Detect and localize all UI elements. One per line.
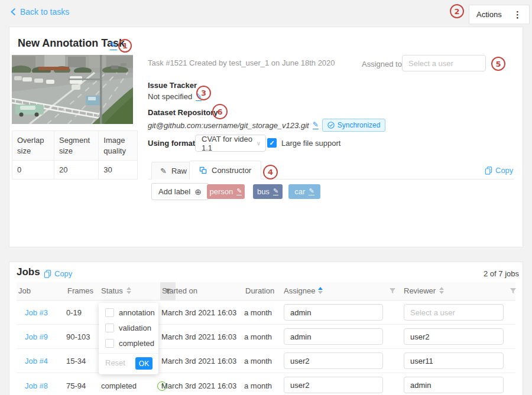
label-chip-bus[interactable]: bus ✎: [253, 184, 283, 199]
reviewer-input[interactable]: [404, 377, 504, 393]
reviewer-sorter[interactable]: [439, 287, 444, 294]
param-value: 30: [99, 161, 138, 179]
copy-link-label: Copy: [54, 269, 72, 278]
label-chip-text: bus: [257, 187, 270, 196]
started-cell: March 3rd 2021 16:03: [161, 357, 236, 365]
started-cell: March 3rd 2021 16:03: [161, 381, 236, 390]
issue-tracker-value: Not specified ✎: [148, 92, 202, 101]
callout-6: 6: [212, 104, 228, 119]
reviewer-input[interactable]: [404, 352, 504, 369]
filter-reset-button[interactable]: Reset: [105, 358, 125, 367]
jobs-count: 2 of 7 jobs: [484, 269, 519, 278]
edit-title-icon[interactable]: ✎: [110, 41, 117, 50]
format-select[interactable]: CVAT for video 1.1 ∨: [195, 135, 266, 152]
param-value: 0: [12, 161, 54, 179]
task-title: New Annotation Task: [18, 37, 125, 50]
callout-5: 5: [491, 57, 505, 71]
filter-option-validation[interactable]: validation: [105, 324, 151, 332]
reviewer-input[interactable]: [404, 328, 504, 345]
job-link[interactable]: Job #3: [25, 308, 48, 317]
using-format-label: Using format:: [148, 139, 198, 148]
large-file-label: Large file support: [281, 139, 340, 148]
job-link[interactable]: Job #4: [25, 357, 48, 365]
actions-label: Actions: [476, 10, 502, 19]
edit-label-icon[interactable]: ✎: [309, 188, 314, 195]
task-params-table: Overlap size Segment size Image quality …: [12, 130, 138, 179]
col-duration: Duration: [245, 286, 274, 295]
edit-repository-icon[interactable]: ✎: [313, 121, 319, 129]
job-link[interactable]: Job #8: [25, 381, 48, 390]
assignee-input[interactable]: [284, 328, 383, 345]
assigned-to-input[interactable]: [402, 55, 486, 71]
frames-cell: 0-19: [66, 308, 82, 317]
large-file-checkbox[interactable]: ✓: [267, 138, 277, 148]
task-meta: Task #1521 Created by test_user_1 on Jun…: [148, 58, 335, 67]
assignee-input[interactable]: [284, 352, 383, 369]
frames-cell: 75-94: [66, 381, 86, 390]
callout-2: 2: [450, 4, 464, 18]
callout-4: 4: [263, 165, 278, 179]
plus-circle-icon: ⊕: [194, 187, 202, 197]
chevron-down-icon: ∨: [257, 140, 261, 146]
sync-badge-label: Synchronized: [338, 121, 381, 129]
col-frames: Frames: [67, 286, 93, 295]
format-select-value: CVAT for video 1.1: [202, 135, 257, 152]
col-reviewer[interactable]: Reviewer: [404, 286, 436, 295]
checkbox-icon[interactable]: [105, 308, 114, 317]
reviewer-input[interactable]: [404, 304, 504, 321]
col-started: Started on: [162, 286, 197, 295]
tab-constructor[interactable]: Constructor: [189, 161, 261, 179]
label-chip-person[interactable]: person ✎: [207, 184, 245, 199]
status-cell: completed: [101, 381, 137, 390]
assignee-input[interactable]: [284, 377, 383, 393]
param-header: Image quality: [99, 131, 138, 161]
check-circle-icon: [327, 122, 335, 129]
col-job: Job: [18, 286, 31, 295]
job-link[interactable]: Job #9: [25, 332, 48, 341]
actions-button[interactable]: Actions ⋮: [469, 5, 530, 24]
assigned-to-label: Assigned to: [362, 60, 402, 68]
add-label-button[interactable]: Add label ⊕: [151, 183, 209, 200]
filter-ok-button[interactable]: OK: [135, 357, 153, 370]
dataset-repository-row: git@github.com:username/git_storage_v123…: [148, 119, 385, 132]
filter-option-completed[interactable]: completed: [105, 339, 154, 348]
label-chip-text: car: [294, 187, 305, 196]
back-chevron-icon: [11, 8, 16, 16]
label-chip-car[interactable]: car ✎: [288, 184, 320, 199]
assignee-filter-button[interactable]: [389, 288, 396, 296]
labels-tabbar: ✎ Raw Constructor: [148, 161, 514, 179]
param-header: Segment size: [54, 131, 98, 161]
duration-cell: a month: [244, 357, 272, 365]
back-link-label: Back to tasks: [20, 7, 69, 17]
task-preview-image: [12, 55, 133, 124]
checkbox-icon[interactable]: [105, 324, 114, 332]
param-value: 20: [54, 161, 98, 179]
status-sorter[interactable]: [126, 287, 131, 294]
started-cell: March 3rd 2021 16:03: [161, 308, 236, 317]
jobs-title: Jobs: [17, 266, 40, 278]
assignee-sorter[interactable]: [318, 287, 323, 294]
filter-option-label: completed: [119, 339, 154, 348]
tab-constructor-label: Constructor: [212, 166, 251, 175]
issue-tracker-text: Not specified: [148, 92, 192, 101]
param-header: Overlap size: [12, 131, 54, 161]
duration-cell: a month: [244, 308, 272, 317]
back-to-tasks-link[interactable]: Back to tasks: [11, 7, 69, 17]
filter-option-annotation[interactable]: annotation: [105, 308, 155, 317]
col-assignee[interactable]: Assignee: [284, 286, 315, 295]
edit-label-icon[interactable]: ✎: [273, 188, 278, 195]
reviewer-filter-button[interactable]: [510, 288, 517, 296]
checkbox-icon[interactable]: [105, 339, 114, 348]
col-status[interactable]: Status: [101, 286, 123, 295]
add-label-text: Add label: [158, 187, 190, 196]
frames-cell: 90-103: [66, 332, 90, 341]
copy-icon: [485, 167, 492, 175]
tab-raw-label: Raw: [171, 167, 187, 175]
jobs-copy-link[interactable]: Copy: [44, 269, 72, 278]
edit-label-icon[interactable]: ✎: [236, 188, 242, 195]
dataset-repository-label: Dataset Repository: [148, 108, 218, 117]
pencil-icon: ✎: [160, 167, 167, 175]
labels-copy-link[interactable]: Copy: [485, 166, 513, 175]
duration-cell: a month: [244, 381, 272, 390]
assignee-input[interactable]: [284, 304, 383, 321]
